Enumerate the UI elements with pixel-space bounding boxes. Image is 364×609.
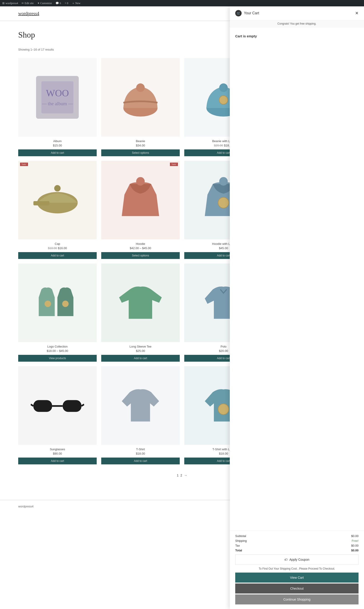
product-card: WOO— the album — Album $15.00 Add to car… [18, 58, 97, 156]
product-card: Beanie $34.00 Select options [101, 58, 180, 156]
product-card: Long Sleeve Tee $25.00 Add to cart [101, 263, 180, 362]
product-image [109, 66, 172, 129]
add-to-cart-button[interactable]: Add to cart [18, 149, 97, 156]
svg-line-31 [81, 404, 84, 406]
product-image [109, 272, 172, 334]
product-card: Logo Collection $18.00 – $45.00 View pro… [18, 263, 97, 362]
svg-point-32 [218, 404, 229, 415]
product-image [26, 169, 89, 232]
product-card: Sale! Cap $18.00$16.00 Add to cart [18, 161, 97, 259]
admin-edit-icon[interactable]: ✏ Edit site [22, 1, 34, 5]
admin-bar: ⊞ wordpress4 ✏ Edit site ✦ Customize 💬 6… [0, 0, 364, 6]
page-1[interactable]: 1 [177, 473, 179, 477]
product-price: $20.00 [219, 349, 228, 353]
product-price: $18.00 – $45.00 [47, 349, 68, 353]
product-image-wrap: WOO— the album — [18, 58, 97, 137]
admin-new-count[interactable]: + 0 [65, 1, 68, 5]
product-card: T-Shirt $18.00 Add to cart [101, 366, 180, 464]
product-card: Sale! Hoodie $42.00 – $45.00 Select opti… [101, 161, 180, 259]
svg-rect-14 [33, 201, 49, 206]
product-image [26, 374, 89, 437]
svg-rect-28 [63, 400, 81, 412]
add-to-cart-button[interactable]: Select options [101, 149, 180, 156]
product-image-wrap [101, 263, 180, 342]
admin-comments-icon[interactable]: 💬 6 [55, 1, 61, 5]
svg-text:WOO: WOO [46, 88, 69, 98]
admin-customize-icon[interactable]: ✦ Customize [37, 1, 52, 5]
product-name: Sunglasses [50, 447, 65, 451]
product-name: T-Shirt [136, 447, 145, 451]
product-name: Beanie [136, 139, 145, 143]
product-name: Cap [55, 242, 60, 246]
svg-point-16 [136, 177, 145, 186]
product-name: Long Sleeve Tee [130, 345, 152, 348]
product-price: $34.00 [136, 144, 145, 147]
product-image [109, 169, 172, 232]
product-image-wrap [18, 366, 97, 445]
product-price: $18.00$16.00 [48, 247, 67, 250]
add-to-cart-button[interactable]: Add to cart [101, 457, 180, 464]
product-image: WOO— the album — [26, 66, 89, 129]
cart-icon: 🛒 [235, 10, 242, 16]
product-image-wrap: Sale! [101, 161, 180, 239]
product-price: $18.00 [219, 452, 228, 455]
product-price: $45.00 [219, 247, 228, 250]
svg-line-30 [31, 404, 33, 406]
admin-wp-icon[interactable]: ⊞ wordpress4 [2, 1, 18, 5]
svg-rect-27 [33, 400, 52, 412]
sale-badge: Sale! [20, 163, 28, 166]
site-logo[interactable]: wordpress4 [18, 11, 39, 16]
product-price: $25.00 [136, 349, 145, 353]
product-name: Album [53, 139, 62, 143]
cart-items-area: Cart is empty [230, 27, 364, 513]
svg-point-22 [62, 301, 69, 307]
product-price: $90.00 [53, 452, 62, 455]
svg-point-21 [45, 301, 51, 307]
cart-header-left: 🛒 Your Cart [235, 10, 259, 16]
product-name: Hoodie [136, 242, 145, 246]
product-card: Sunglasses $90.00 Add to cart [18, 366, 97, 464]
svg-point-7 [219, 83, 228, 92]
old-price: $20.00 [214, 144, 223, 147]
product-image-wrap: Sale! [18, 161, 97, 239]
admin-new-btn[interactable]: ＋ New [72, 1, 80, 5]
product-image-wrap [101, 366, 180, 445]
page-2[interactable]: 2 [181, 473, 182, 477]
svg-point-18 [218, 197, 229, 208]
product-name: Polo [221, 345, 226, 348]
cart-close-button[interactable]: ✕ [355, 11, 359, 16]
product-image-wrap [18, 263, 97, 342]
cart-title: Your Cart [244, 11, 259, 15]
footer-logo: wordpress4 [18, 505, 33, 508]
cart-sidebar: 🛒 Your Cart ✕ Congrats! You get free shi… [230, 6, 364, 513]
add-to-cart-button[interactable]: Select options [101, 252, 180, 259]
product-name: Logo Collection [47, 345, 68, 348]
add-to-cart-button[interactable]: Add to cart [18, 252, 97, 259]
cart-free-shipping-banner: Congrats! You get free shipping. [230, 20, 364, 27]
svg-point-17 [219, 177, 228, 186]
product-price: $42.00 – $45.00 [130, 247, 151, 250]
product-image [26, 272, 89, 334]
page-next[interactable]: → [184, 473, 187, 477]
product-image-wrap [101, 58, 180, 137]
sale-badge: Sale! [170, 163, 178, 166]
add-to-cart-button[interactable]: Add to cart [101, 355, 180, 362]
cart-empty-message: Cart is empty [230, 27, 364, 45]
product-price: $15.00 [53, 144, 62, 147]
product-price: $18.00 [136, 452, 145, 455]
svg-point-8 [219, 96, 228, 104]
svg-text:— the album —: — the album — [42, 101, 73, 107]
product-image [109, 374, 172, 437]
add-to-cart-button[interactable]: Add to cart [18, 457, 97, 464]
add-to-cart-button[interactable]: View products [18, 355, 97, 362]
cart-header: 🛒 Your Cart ✕ [230, 6, 364, 20]
old-price: $18.00 [48, 247, 57, 250]
svg-point-15 [54, 185, 61, 192]
svg-point-5 [136, 83, 145, 92]
shop-count: Showing 1–16 of 17 results [18, 48, 54, 51]
